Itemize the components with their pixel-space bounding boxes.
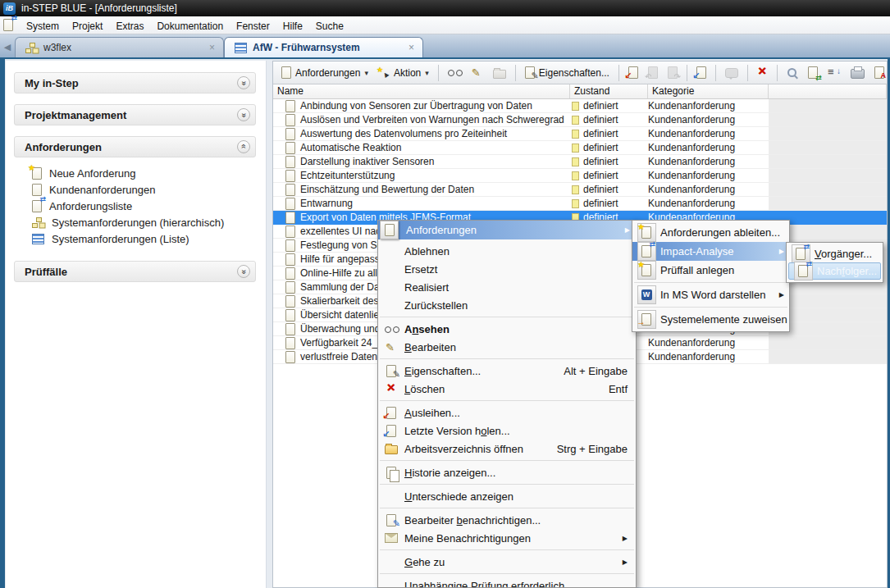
menu-item-gehe-zu[interactable]: Gehe zu▶ <box>378 553 636 571</box>
menu-icon-column <box>789 262 817 280</box>
checkin-button[interactable] <box>664 64 682 82</box>
menu-icon-box <box>637 242 656 261</box>
pdf-export-button[interactable] <box>870 64 888 82</box>
column-header-zustand[interactable]: Zustand <box>570 84 648 98</box>
menu-item-anforderungen-ableiten[interactable]: Anforderungen ableiten... <box>632 223 789 242</box>
menu-system[interactable]: System <box>20 19 66 34</box>
expand-chevron-icon[interactable]: » <box>237 76 250 89</box>
menu-item-letzte-version-holen[interactable]: Letzte Version holen... <box>378 422 636 440</box>
sort-button[interactable] <box>824 64 845 82</box>
close-icon[interactable]: × <box>408 42 414 53</box>
menu-item-bearbeiter-benachrichtigen[interactable]: Bearbeiter benachrichtigen... <box>378 511 636 529</box>
aktion-dropdown[interactable]: Aktion▾ <box>374 64 433 82</box>
tab-nav-back-icon[interactable]: ◀ <box>0 42 15 57</box>
folder-button[interactable] <box>489 64 510 82</box>
close-icon[interactable]: × <box>209 42 215 53</box>
comment-button[interactable] <box>721 64 742 82</box>
menu-item-pr-ffall-anlegen[interactable]: Prüffall anlegen <box>632 261 789 280</box>
table-row[interactable]: EntwarnungdefiniertKundenanforderung <box>273 197 887 211</box>
toolbar: Anforderungen▾Aktion▾Eigenschaften... <box>273 62 887 84</box>
sidebar-item-anforderungsliste[interactable]: Anforderungsliste <box>32 198 256 214</box>
column-header-name[interactable]: Name <box>273 84 570 98</box>
menu-projekt[interactable]: Projekt <box>66 19 109 34</box>
filler-cell <box>769 336 887 349</box>
get-latest-version-button[interactable] <box>692 64 710 82</box>
expand-chevron-icon[interactable]: » <box>237 108 250 121</box>
section-header-anforderungen[interactable]: Anforderungen» <box>14 136 256 157</box>
table-row[interactable]: Auslösen und Verbreiten von Warnungen na… <box>273 113 887 127</box>
menu-item-ausleihen[interactable]: Ausleihen... <box>378 403 636 422</box>
menu-item-label: Bearbeiter benachrichtigen... <box>404 514 541 526</box>
edit-button[interactable] <box>468 64 487 82</box>
menu-item-nachfolger[interactable]: Nachfolger... <box>788 262 881 280</box>
table-row[interactable]: Auswertung des Datenvolumens pro Zeitein… <box>273 127 887 141</box>
menu-item-zur-ckstellen[interactable]: Zurückstellen <box>378 296 636 314</box>
view-button[interactable] <box>444 64 466 82</box>
menu-item-in-ms-word-darstellen[interactable]: In MS Word darstellen▶ <box>632 285 789 304</box>
menu-dokumentation[interactable]: Dokumentation <box>150 19 230 34</box>
menu-item-systemelemente-zuweisen[interactable]: Systemelemente zuweisen <box>632 310 789 329</box>
menu-item-historie-anzeigen[interactable]: Historie anzeigen... <box>378 463 636 481</box>
menu-item-label: Letzte Version holen... <box>404 425 510 437</box>
menu-icon-box <box>637 310 656 329</box>
sidebar-item-systemanforderungen-hierarchisch[interactable]: Systemanforderungen (hierarchisch) <box>32 214 256 230</box>
expand-chevron-icon[interactable]: » <box>237 265 250 278</box>
section-header-pr-ff-lle[interactable]: Prüffälle» <box>14 261 256 282</box>
menu-item-impact-analyse[interactable]: Impact-Analyse▶ <box>632 242 789 261</box>
menu-item-arbeitsverzeichnis-ffnen[interactable]: Arbeitsverzeichnis öffnenStrg + Eingabe <box>378 440 636 458</box>
window-menu-icon[interactable] <box>3 19 13 31</box>
menu-icon-column <box>632 310 660 329</box>
submenu-arrow-icon: ▶ <box>623 558 628 566</box>
menu-item-label: Zurückstellen <box>404 299 468 312</box>
menu-bar: SystemProjektExtrasDokumentationFensterH… <box>0 16 890 34</box>
checkout-icon <box>628 66 638 79</box>
menu-item-bearbeiten[interactable]: Bearbeiten <box>378 338 636 356</box>
menu-item-unabh-ngige-pr-fung-erforderlich[interactable]: Unabhängige Prüfung erforderlich <box>378 577 636 588</box>
anforderungen-dropdown[interactable]: Anforderungen▾ <box>277 64 372 82</box>
menu-suche[interactable]: Suche <box>309 19 350 34</box>
menu-item-shortcut: Entf <box>609 383 628 395</box>
menu-hilfe[interactable]: Hilfe <box>276 19 309 34</box>
menu-icon-column <box>378 365 404 377</box>
kategorie-cell: Kundenanforderung <box>648 141 769 154</box>
tab-w3flex[interactable]: w3flex × <box>15 37 224 57</box>
row-doc-icon <box>285 114 295 126</box>
delete-button[interactable] <box>753 64 772 82</box>
menu-item-ansehen[interactable]: Ansehen <box>378 320 636 338</box>
menu-extras[interactable]: Extras <box>109 19 150 34</box>
section-header-my-in-step[interactable]: My in-Step» <box>14 72 256 93</box>
menu-item-l-schen[interactable]: LöschenEntf <box>378 380 636 398</box>
checkout-button[interactable] <box>624 64 642 82</box>
table-row[interactable]: Anbindung von Sensoren zur Übertragung v… <box>273 99 887 113</box>
menu-item-realisiert[interactable]: Realisiert <box>378 278 636 296</box>
toolbar-separator <box>747 65 748 81</box>
sidebar-item-systemanforderungen-liste[interactable]: Systemanforderungen (Liste) <box>32 230 256 247</box>
column-header-kategorie[interactable]: Kategorie <box>648 84 769 98</box>
sidebar-item-kundenanforderungen[interactable]: Kundenanforderungen <box>32 181 256 198</box>
menu-item-meine-benachrichtigungen[interactable]: Meine Benachrichtigungen▶ <box>378 529 636 547</box>
table-row[interactable]: Automatische ReaktiondefiniertKundenanfo… <box>273 141 887 155</box>
kategorie-cell: Kundenanforderung <box>648 197 769 210</box>
collapse-chevron-icon[interactable]: » <box>237 140 250 153</box>
eigenschaften-button[interactable]: Eigenschaften... <box>521 64 614 82</box>
menu-fenster[interactable]: Fenster <box>230 19 276 34</box>
menu-item-eigenschaften[interactable]: Eigenschaften...Alt + Eingabe <box>378 362 636 380</box>
menu-item-ersetzt[interactable]: Ersetzt <box>378 260 636 278</box>
checkout-icon <box>386 407 396 419</box>
undo-checkout-button[interactable] <box>644 64 662 82</box>
menu-item-ablehnen[interactable]: Ablehnen <box>378 242 636 260</box>
context-menu-header-anforderungen[interactable]: Anforderungen▶ <box>378 221 636 239</box>
table-row[interactable]: EchtzeitunterstützungdefiniertKundenanfo… <box>273 169 887 183</box>
section-header-projektmanagement[interactable]: Projektmanagement» <box>14 104 256 125</box>
menu-item-vorg-nger[interactable]: Vorgänger... <box>787 245 883 262</box>
print-button[interactable] <box>847 64 869 82</box>
table-row[interactable]: Einschätzung und Bewertung der Datendefi… <box>273 183 887 197</box>
search-button[interactable] <box>783 64 802 82</box>
refresh-button[interactable] <box>804 64 822 82</box>
tab-afw-fruehwarnsystem[interactable]: AfW - Frühwarnsystem × <box>224 37 423 57</box>
menu-item-label: Ausleihen... <box>404 407 460 419</box>
row-name: Online-Hilfe zu alle <box>300 267 383 279</box>
table-row[interactable]: Darstellung inaktiver SensorendefiniertK… <box>273 155 887 169</box>
menu-item-unterschiede-anzeigen[interactable]: Unterschiede anzeigen <box>378 487 636 505</box>
sidebar-item-neue-anforderung[interactable]: Neue Anforderung <box>32 165 256 181</box>
